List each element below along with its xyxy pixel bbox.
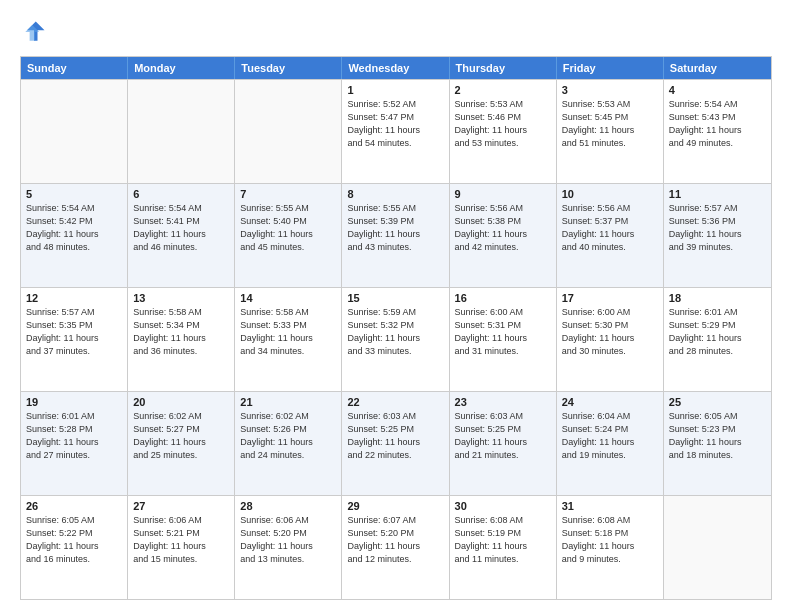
cal-cell: [235, 80, 342, 183]
cal-cell: 27Sunrise: 6:06 AM Sunset: 5:21 PM Dayli…: [128, 496, 235, 599]
week-row-0: 1Sunrise: 5:52 AM Sunset: 5:47 PM Daylig…: [21, 79, 771, 183]
week-row-3: 19Sunrise: 6:01 AM Sunset: 5:28 PM Dayli…: [21, 391, 771, 495]
week-row-4: 26Sunrise: 6:05 AM Sunset: 5:22 PM Dayli…: [21, 495, 771, 599]
calendar: SundayMondayTuesdayWednesdayThursdayFrid…: [20, 56, 772, 600]
header-cell-thursday: Thursday: [450, 57, 557, 79]
day-number: 9: [455, 188, 551, 200]
day-number: 21: [240, 396, 336, 408]
day-number: 8: [347, 188, 443, 200]
day-number: 4: [669, 84, 766, 96]
cal-cell: 13Sunrise: 5:58 AM Sunset: 5:34 PM Dayli…: [128, 288, 235, 391]
header-cell-tuesday: Tuesday: [235, 57, 342, 79]
cal-cell: 10Sunrise: 5:56 AM Sunset: 5:37 PM Dayli…: [557, 184, 664, 287]
cal-cell: 8Sunrise: 5:55 AM Sunset: 5:39 PM Daylig…: [342, 184, 449, 287]
cal-cell: 5Sunrise: 5:54 AM Sunset: 5:42 PM Daylig…: [21, 184, 128, 287]
day-info: Sunrise: 5:53 AM Sunset: 5:45 PM Dayligh…: [562, 98, 658, 150]
day-number: 13: [133, 292, 229, 304]
cal-cell: [128, 80, 235, 183]
cal-cell: 24Sunrise: 6:04 AM Sunset: 5:24 PM Dayli…: [557, 392, 664, 495]
day-number: 20: [133, 396, 229, 408]
day-number: 25: [669, 396, 766, 408]
day-info: Sunrise: 6:03 AM Sunset: 5:25 PM Dayligh…: [455, 410, 551, 462]
cal-cell: [21, 80, 128, 183]
day-info: Sunrise: 5:56 AM Sunset: 5:38 PM Dayligh…: [455, 202, 551, 254]
day-info: Sunrise: 6:01 AM Sunset: 5:29 PM Dayligh…: [669, 306, 766, 358]
cal-cell: 22Sunrise: 6:03 AM Sunset: 5:25 PM Dayli…: [342, 392, 449, 495]
cal-cell: 1Sunrise: 5:52 AM Sunset: 5:47 PM Daylig…: [342, 80, 449, 183]
day-number: 27: [133, 500, 229, 512]
day-info: Sunrise: 5:57 AM Sunset: 5:35 PM Dayligh…: [26, 306, 122, 358]
cal-cell: [664, 496, 771, 599]
day-number: 30: [455, 500, 551, 512]
day-info: Sunrise: 6:02 AM Sunset: 5:26 PM Dayligh…: [240, 410, 336, 462]
day-info: Sunrise: 6:04 AM Sunset: 5:24 PM Dayligh…: [562, 410, 658, 462]
cal-cell: 14Sunrise: 5:58 AM Sunset: 5:33 PM Dayli…: [235, 288, 342, 391]
header-cell-saturday: Saturday: [664, 57, 771, 79]
day-number: 17: [562, 292, 658, 304]
cal-cell: 12Sunrise: 5:57 AM Sunset: 5:35 PM Dayli…: [21, 288, 128, 391]
cal-cell: 17Sunrise: 6:00 AM Sunset: 5:30 PM Dayli…: [557, 288, 664, 391]
calendar-header-row: SundayMondayTuesdayWednesdayThursdayFrid…: [21, 57, 771, 79]
calendar-body: 1Sunrise: 5:52 AM Sunset: 5:47 PM Daylig…: [21, 79, 771, 599]
day-number: 6: [133, 188, 229, 200]
week-row-1: 5Sunrise: 5:54 AM Sunset: 5:42 PM Daylig…: [21, 183, 771, 287]
cal-cell: 23Sunrise: 6:03 AM Sunset: 5:25 PM Dayli…: [450, 392, 557, 495]
day-info: Sunrise: 5:55 AM Sunset: 5:40 PM Dayligh…: [240, 202, 336, 254]
day-number: 18: [669, 292, 766, 304]
day-number: 3: [562, 84, 658, 96]
cal-cell: 29Sunrise: 6:07 AM Sunset: 5:20 PM Dayli…: [342, 496, 449, 599]
day-number: 31: [562, 500, 658, 512]
day-info: Sunrise: 5:56 AM Sunset: 5:37 PM Dayligh…: [562, 202, 658, 254]
cal-cell: 3Sunrise: 5:53 AM Sunset: 5:45 PM Daylig…: [557, 80, 664, 183]
day-info: Sunrise: 6:00 AM Sunset: 5:31 PM Dayligh…: [455, 306, 551, 358]
cal-cell: 6Sunrise: 5:54 AM Sunset: 5:41 PM Daylig…: [128, 184, 235, 287]
day-info: Sunrise: 6:08 AM Sunset: 5:18 PM Dayligh…: [562, 514, 658, 566]
day-info: Sunrise: 6:06 AM Sunset: 5:20 PM Dayligh…: [240, 514, 336, 566]
day-info: Sunrise: 6:03 AM Sunset: 5:25 PM Dayligh…: [347, 410, 443, 462]
day-number: 5: [26, 188, 122, 200]
cal-cell: 31Sunrise: 6:08 AM Sunset: 5:18 PM Dayli…: [557, 496, 664, 599]
day-info: Sunrise: 5:53 AM Sunset: 5:46 PM Dayligh…: [455, 98, 551, 150]
cal-cell: 26Sunrise: 6:05 AM Sunset: 5:22 PM Dayli…: [21, 496, 128, 599]
day-number: 10: [562, 188, 658, 200]
header-cell-friday: Friday: [557, 57, 664, 79]
header-cell-sunday: Sunday: [21, 57, 128, 79]
page: SundayMondayTuesdayWednesdayThursdayFrid…: [0, 0, 792, 612]
day-info: Sunrise: 6:05 AM Sunset: 5:22 PM Dayligh…: [26, 514, 122, 566]
day-info: Sunrise: 5:54 AM Sunset: 5:42 PM Dayligh…: [26, 202, 122, 254]
cal-cell: 4Sunrise: 5:54 AM Sunset: 5:43 PM Daylig…: [664, 80, 771, 183]
cal-cell: 20Sunrise: 6:02 AM Sunset: 5:27 PM Dayli…: [128, 392, 235, 495]
day-info: Sunrise: 6:02 AM Sunset: 5:27 PM Dayligh…: [133, 410, 229, 462]
day-info: Sunrise: 6:00 AM Sunset: 5:30 PM Dayligh…: [562, 306, 658, 358]
logo: [20, 18, 52, 46]
day-info: Sunrise: 5:54 AM Sunset: 5:43 PM Dayligh…: [669, 98, 766, 150]
day-info: Sunrise: 6:06 AM Sunset: 5:21 PM Dayligh…: [133, 514, 229, 566]
day-info: Sunrise: 6:07 AM Sunset: 5:20 PM Dayligh…: [347, 514, 443, 566]
cal-cell: 21Sunrise: 6:02 AM Sunset: 5:26 PM Dayli…: [235, 392, 342, 495]
cal-cell: 16Sunrise: 6:00 AM Sunset: 5:31 PM Dayli…: [450, 288, 557, 391]
cal-cell: 28Sunrise: 6:06 AM Sunset: 5:20 PM Dayli…: [235, 496, 342, 599]
day-info: Sunrise: 5:58 AM Sunset: 5:33 PM Dayligh…: [240, 306, 336, 358]
day-number: 23: [455, 396, 551, 408]
day-number: 16: [455, 292, 551, 304]
day-number: 12: [26, 292, 122, 304]
day-number: 22: [347, 396, 443, 408]
cal-cell: 19Sunrise: 6:01 AM Sunset: 5:28 PM Dayli…: [21, 392, 128, 495]
day-number: 2: [455, 84, 551, 96]
day-number: 15: [347, 292, 443, 304]
header: [20, 18, 772, 46]
header-cell-monday: Monday: [128, 57, 235, 79]
day-number: 29: [347, 500, 443, 512]
day-number: 1: [347, 84, 443, 96]
day-info: Sunrise: 5:52 AM Sunset: 5:47 PM Dayligh…: [347, 98, 443, 150]
day-number: 11: [669, 188, 766, 200]
day-number: 19: [26, 396, 122, 408]
day-info: Sunrise: 5:59 AM Sunset: 5:32 PM Dayligh…: [347, 306, 443, 358]
day-info: Sunrise: 6:05 AM Sunset: 5:23 PM Dayligh…: [669, 410, 766, 462]
cal-cell: 9Sunrise: 5:56 AM Sunset: 5:38 PM Daylig…: [450, 184, 557, 287]
logo-icon: [20, 18, 48, 46]
cal-cell: 7Sunrise: 5:55 AM Sunset: 5:40 PM Daylig…: [235, 184, 342, 287]
cal-cell: 15Sunrise: 5:59 AM Sunset: 5:32 PM Dayli…: [342, 288, 449, 391]
day-info: Sunrise: 5:58 AM Sunset: 5:34 PM Dayligh…: [133, 306, 229, 358]
day-info: Sunrise: 5:57 AM Sunset: 5:36 PM Dayligh…: [669, 202, 766, 254]
